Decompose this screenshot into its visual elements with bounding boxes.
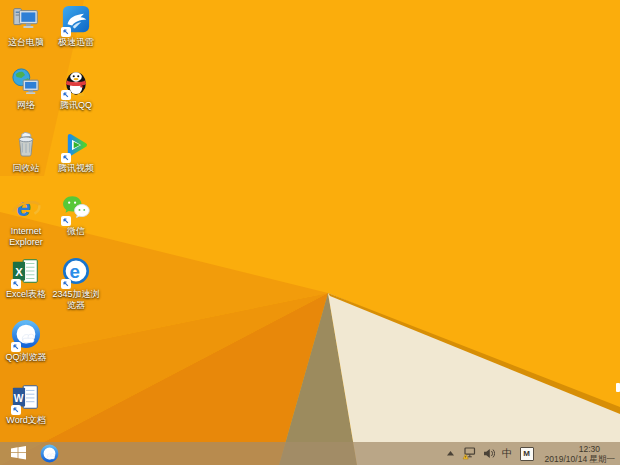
svg-text:e: e [69, 261, 79, 282]
desktop-icon-label: Excel表格 [0, 289, 52, 300]
desktop-icon-label: 回收站 [0, 163, 52, 174]
desktop-icon-label: 网络 [0, 100, 52, 111]
svg-text:X: X [15, 266, 23, 278]
svg-text:e: e [17, 193, 31, 221]
network-warning-icon[interactable] [462, 447, 476, 460]
taskbar-clock[interactable]: 12:30 2019/10/14 星期一 [545, 444, 615, 464]
desktop-icon-tencent-video[interactable]: 腾讯视频 [50, 130, 102, 174]
desktop-icon-label: 腾讯QQ [50, 100, 102, 111]
desktop-icon-label: Word文档 [0, 415, 52, 426]
windows-logo-icon [10, 445, 27, 463]
desktop-icon-xunlei[interactable]: 极速迅雷 [50, 4, 102, 48]
svg-text:W: W [14, 393, 24, 404]
desktop-icon-label: 腾讯视频 [50, 163, 102, 174]
desktop-icon-label: 极速迅雷 [50, 37, 102, 48]
desktop-icon-qq-browser[interactable]: QQ浏览器 [0, 319, 52, 363]
tencent-qq-icon [60, 67, 92, 99]
qq-browser-icon [40, 444, 59, 463]
tencent-video-icon [60, 130, 92, 162]
shortcut-arrow-icon [11, 342, 21, 352]
word-icon: W [10, 382, 42, 414]
desktop-icon-label: 微信 [50, 226, 102, 237]
shortcut-arrow-icon [61, 153, 71, 163]
network-icon [10, 67, 42, 99]
desktop-icon-label: Internet Explorer [0, 226, 52, 248]
wechat-icon [60, 193, 92, 225]
start-button[interactable] [0, 442, 36, 465]
shortcut-arrow-icon [11, 279, 21, 289]
xunlei-icon [60, 4, 92, 36]
system-tray: 中 M 12:30 2019/10/14 星期一 [446, 442, 620, 465]
shortcut-arrow-icon [61, 216, 71, 226]
volume-icon[interactable] [483, 448, 495, 459]
desktop: 这台电脑 极速迅雷 网络 腾讯QQ 回收站 腾讯视频 e Internet Ex… [0, 0, 620, 465]
clock-time: 12:30 [545, 444, 615, 454]
shortcut-arrow-icon [61, 279, 71, 289]
excel-icon: X [10, 256, 42, 288]
desktop-icon-label: 这台电脑 [0, 37, 52, 48]
taskbar-pinned-qq-browser[interactable] [36, 442, 62, 465]
desktop-icon-grid: 这台电脑 极速迅雷 网络 腾讯QQ 回收站 腾讯视频 e Internet Ex… [0, 0, 620, 442]
recycle-bin-icon [10, 130, 42, 162]
desktop-icon-excel[interactable]: X Excel表格 [0, 256, 52, 300]
browser-2345-icon: e [60, 256, 92, 288]
desktop-icon-this-pc[interactable]: 这台电脑 [0, 4, 52, 48]
taskbar: 中 M 12:30 2019/10/14 星期一 [0, 442, 620, 465]
desktop-icon-browser-2345[interactable]: e 2345加速浏览器 [50, 256, 102, 311]
desktop-icon-tencent-qq[interactable]: 腾讯QQ [50, 67, 102, 111]
desktop-icon-label: QQ浏览器 [0, 352, 52, 363]
clock-date: 2019/10/14 星期一 [545, 454, 615, 464]
desktop-icon-wechat[interactable]: 微信 [50, 193, 102, 237]
shortcut-arrow-icon [61, 27, 71, 37]
ime-badge[interactable]: M [520, 447, 534, 461]
desktop-icon-network[interactable]: 网络 [0, 67, 52, 111]
hidden-icons-chevron-icon[interactable] [446, 450, 455, 457]
desktop-icon-internet-explorer[interactable]: e Internet Explorer [0, 193, 52, 248]
ime-language-mode[interactable]: 中 [502, 442, 513, 465]
desktop-icon-recycle-bin[interactable]: 回收站 [0, 130, 52, 174]
shortcut-arrow-icon [11, 405, 21, 415]
internet-explorer-icon: e [10, 193, 42, 225]
partial-icon-right-edge [616, 383, 620, 392]
qq-browser-icon [10, 319, 42, 351]
desktop-icon-word[interactable]: W Word文档 [0, 382, 52, 426]
desktop-icon-label: 2345加速浏览器 [50, 289, 102, 311]
this-pc-icon [10, 4, 42, 36]
shortcut-arrow-icon [61, 90, 71, 100]
